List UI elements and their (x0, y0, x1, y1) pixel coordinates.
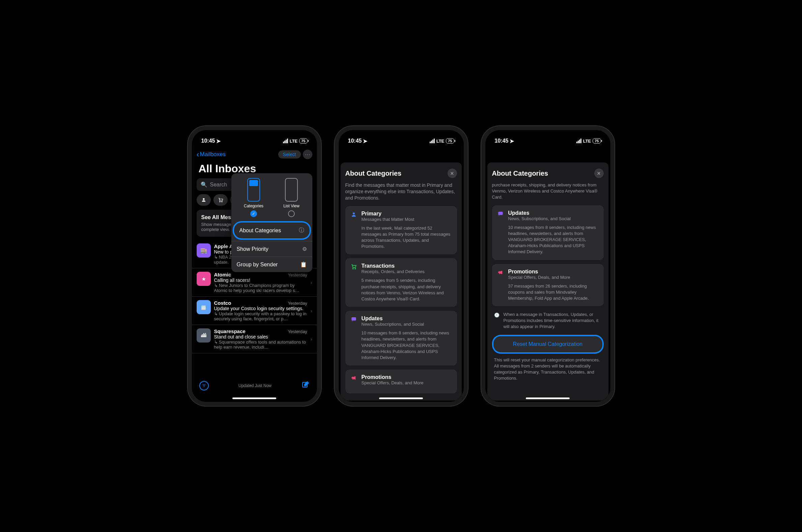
sheet-intro: Find the messages that matter most in Pr… (346, 182, 457, 201)
status-time: 10:45 (495, 138, 508, 144)
back-button[interactable]: ‹Mailboxes (197, 150, 226, 159)
back-label: Mailboxes (200, 151, 226, 158)
footnote-text: When a message in Transactions, Updates,… (504, 311, 602, 330)
menu-label: About Categories (240, 228, 281, 234)
location-icon: ➤ (363, 138, 367, 144)
cat-detail: 37 messages from 26 senders, including c… (508, 283, 599, 302)
chat-icon (350, 316, 357, 361)
chevron-right-icon: › (311, 308, 312, 314)
svg-rect-11 (498, 212, 503, 215)
network-label: LTE (290, 138, 298, 144)
signal-icon (430, 138, 435, 143)
subject: Update your Costco login security settin… (214, 306, 307, 311)
avatar: 🏙 (197, 328, 211, 343)
cat-sub: Messages that Matter Most (361, 217, 452, 222)
cat-sub: News, Subscriptions, and Social (508, 216, 599, 221)
battery-icon: 75 (299, 138, 307, 144)
info-icon: ⓘ (299, 227, 304, 234)
group-by-sender-button[interactable]: Group by Sender 📋 (231, 256, 312, 272)
cat-detail: 5 messages from 5 senders, including pur… (361, 278, 452, 302)
status-time: 10:45 (201, 138, 215, 144)
dynamic-island (527, 134, 568, 146)
home-indicator[interactable] (232, 398, 276, 399)
categories-preview-icon (247, 178, 260, 202)
chip-primary[interactable] (197, 194, 211, 206)
category-card-updates: Updates News, Subscriptions, and Social … (346, 311, 457, 365)
cart-icon (350, 263, 357, 302)
cat-detail: In the last week, Mail categorized 52 me… (361, 225, 452, 250)
phone-screen-1: 10:45 ➤ LTE 75 ‹Mailboxes Select ⋯ All I… (188, 126, 321, 406)
preview: ↳ Squarespace offers tools and automatio… (214, 340, 307, 349)
cat-title: Promotions (508, 269, 599, 275)
home-indicator[interactable] (526, 398, 570, 399)
nav-bar: ‹Mailboxes Select ⋯ (192, 147, 317, 162)
subject: Stand out and close sales (214, 334, 307, 340)
radio-unselected-icon (288, 210, 295, 217)
about-categories-button[interactable]: About Categories ⓘ (233, 221, 311, 240)
svg-point-9 (355, 268, 355, 269)
preview: ↳ Update login security with a passkey t… (214, 311, 307, 321)
view-option-categories[interactable]: Categories ✓ (244, 178, 263, 217)
network-label: LTE (583, 138, 591, 144)
signal-icon (576, 138, 581, 143)
cat-detail: 10 messages from 8 senders, including ne… (508, 225, 599, 255)
subject: Calling all racers! (214, 278, 307, 283)
battery-icon: 75 (593, 138, 601, 144)
dynamic-island (234, 134, 275, 146)
view-options-popover: Categories ✓ List View About Categories … (231, 173, 312, 272)
menu-label: Show Priority (237, 246, 268, 252)
cat-title: Updates (508, 210, 599, 216)
toolbar-status: Updated Just Now (239, 383, 272, 388)
cat-detail: 10 messages from 8 senders, including ne… (361, 330, 452, 361)
status-time: 10:45 (348, 138, 362, 144)
battery-icon: 75 (446, 138, 454, 144)
show-priority-button[interactable]: Show Priority ⚙ (231, 241, 312, 256)
more-button[interactable]: ⋯ (303, 150, 312, 159)
svg-rect-10 (351, 317, 356, 321)
sender: Costco (214, 300, 231, 306)
category-card-transactions: Transactions Receipts, Orders, and Deliv… (346, 258, 457, 307)
svg-point-1 (220, 201, 220, 202)
close-button[interactable]: ✕ (448, 169, 457, 178)
category-card-primary: Primary Messages that Matter Most In the… (346, 206, 457, 254)
cat-sub: News, Subscriptions, and Social (361, 322, 452, 327)
date: Yesterday (288, 272, 307, 278)
location-icon: ➤ (509, 138, 514, 144)
chip-transactions[interactable] (213, 194, 228, 206)
email-row[interactable]: 🏙 SquarespaceYesterday Stand out and clo… (192, 325, 317, 353)
sheet-title: About Categories (492, 170, 548, 177)
truncated-text: purchase receipts, shipping, and deliver… (492, 182, 604, 201)
home-indicator[interactable] (379, 398, 423, 399)
compose-button[interactable] (301, 381, 310, 391)
category-card-promotions: Promotions Special Offers, Deals, and Mo… (346, 369, 457, 394)
chevron-left-icon: ‹ (197, 150, 199, 159)
search-placeholder: Search (210, 182, 227, 188)
search-icon: 🔍 (201, 182, 207, 188)
about-categories-sheet: About Categories ✕ purchase receipts, sh… (487, 163, 609, 400)
view-opt-label: Categories (244, 204, 263, 208)
sheet-title: About Categories (346, 170, 402, 177)
email-row[interactable]: ★ AtomicYesterday Calling all racers! ↳ … (192, 268, 317, 297)
avatar: ▦ (197, 300, 211, 314)
cat-title: Updates (361, 316, 452, 322)
list-preview-icon (285, 178, 298, 202)
view-option-list[interactable]: List View (283, 178, 299, 217)
chat-icon (497, 210, 504, 255)
select-button[interactable]: Select (278, 150, 301, 158)
menu-label: Group by Sender (237, 262, 278, 268)
view-opt-label: List View (283, 204, 299, 208)
svg-point-7 (353, 212, 355, 214)
close-button[interactable]: ✕ (594, 169, 604, 178)
cat-sub: Special Offers, Deals, and More (361, 380, 452, 385)
svg-point-2 (222, 201, 222, 202)
svg-point-8 (352, 268, 353, 269)
clock-icon: 🕘 (494, 311, 500, 330)
filter-button[interactable] (199, 381, 209, 391)
avatar: 🏬 (197, 243, 211, 258)
svg-point-0 (203, 198, 204, 200)
sender: Atomic (214, 272, 231, 278)
date: Yesterday (288, 329, 307, 334)
dynamic-island (381, 134, 421, 146)
reset-categorization-button[interactable]: Reset Manual Categorization (492, 335, 604, 354)
email-row[interactable]: ▦ CostcoYesterday Update your Costco log… (192, 297, 317, 325)
